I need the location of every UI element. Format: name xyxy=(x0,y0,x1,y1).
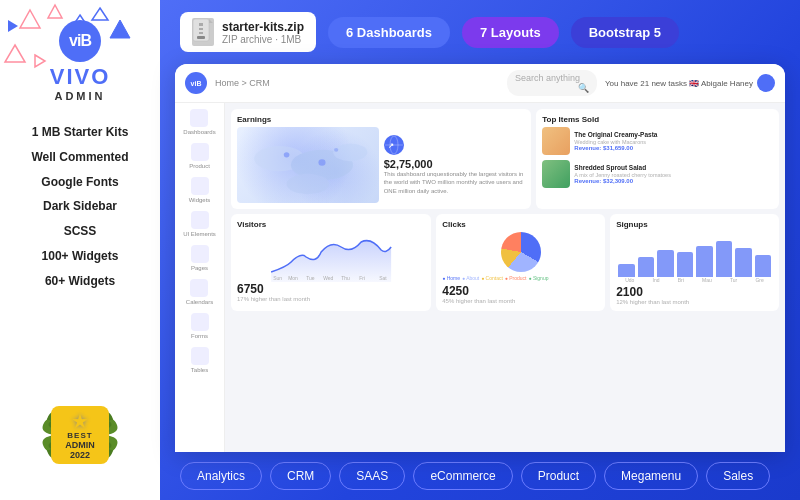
svg-marker-6 xyxy=(8,20,18,32)
clicks-sub: 45% higher than last month xyxy=(442,298,599,304)
tab-sales[interactable]: Sales xyxy=(706,462,770,490)
features-list: 1 MB Starter KitsWell CommentedGoogle Fo… xyxy=(10,120,150,294)
badge-year: 2022 xyxy=(70,450,90,460)
bar-6 xyxy=(735,248,751,277)
dash-logo-sm: viB xyxy=(185,72,207,94)
svg-text:Sat: Sat xyxy=(379,275,387,281)
zip-icon xyxy=(192,18,214,46)
sidebar-item-product[interactable]: Product xyxy=(189,143,210,169)
earnings-desc: This dashboard unquestionably the larges… xyxy=(384,170,526,195)
visitors-chart: Sun Mon Tue Wed Thu Fri Sat xyxy=(237,232,425,282)
feature-item-4: SCSS xyxy=(10,219,150,244)
sidebar-icon-1 xyxy=(191,143,209,161)
pill-dashboards[interactable]: 6 Dashboards xyxy=(328,17,450,48)
feature-item-1: Well Commented xyxy=(10,145,150,170)
dash-avatar xyxy=(757,74,775,92)
signups-bar-chart xyxy=(616,232,773,277)
tab-ecommerce[interactable]: eCommerce xyxy=(413,462,512,490)
signups-card: Signups Udo Ind Bri Mau Tur Gre xyxy=(610,214,779,311)
bar-0 xyxy=(618,264,634,278)
top-item-pasta: The Original Creamy-Pasta Wedding cake w… xyxy=(542,127,773,155)
svg-text:Wed: Wed xyxy=(323,275,333,281)
clicks-title: Clicks xyxy=(442,220,599,229)
top-items-title: Top Items Sold xyxy=(542,115,773,124)
feature-item-2: Google Fonts xyxy=(10,170,150,195)
bar-7 xyxy=(755,255,771,278)
visitors-title: Visitors xyxy=(237,220,425,229)
logo-text: VIVO xyxy=(50,64,111,90)
sidebar-icon-2 xyxy=(191,177,209,195)
tab-megamenu[interactable]: Megamenu xyxy=(604,462,698,490)
dash-body: DashboardsProductWidgetsUI ElementsPages… xyxy=(175,103,785,452)
tab-analytics[interactable]: Analytics xyxy=(180,462,262,490)
svg-text:Fri: Fri xyxy=(359,275,365,281)
svg-text:Mon: Mon xyxy=(288,275,298,281)
bar-5 xyxy=(716,241,732,277)
svg-text:Tue: Tue xyxy=(306,275,315,281)
sidebar-item-tables[interactable]: Tables xyxy=(191,347,209,373)
earnings-title: Earnings xyxy=(237,115,525,124)
tab-saas[interactable]: SAAS xyxy=(339,462,405,490)
star-icon: ★ xyxy=(71,411,89,431)
dash-header: viB Home > CRM Search anything 🔍 You hav… xyxy=(175,64,785,103)
pill-bootstrap[interactable]: Bootstrap 5 xyxy=(571,17,679,48)
svg-marker-4 xyxy=(92,8,108,20)
pasta-name: The Original Creamy-Pasta xyxy=(574,131,773,139)
svg-marker-5 xyxy=(110,20,130,38)
sidebar-item-forms[interactable]: Forms xyxy=(191,313,209,339)
svg-text:Sun: Sun xyxy=(273,275,282,281)
dash-user: You have 21 new tasks 🇬🇧 Abigale Haney xyxy=(605,74,775,92)
sidebar-item-widgets[interactable]: Widgets xyxy=(189,177,211,203)
logo-area: viB VIVO ADMIN xyxy=(50,20,111,102)
svg-text:↗: ↗ xyxy=(388,142,394,149)
tab-crm[interactable]: CRM xyxy=(270,462,331,490)
bar-4 xyxy=(696,246,712,278)
feature-item-6: 60+ Widgets xyxy=(10,269,150,294)
badge-admin: ADMIN xyxy=(65,440,95,450)
zip-info: starter-kits.zip ZIP archive · 1MB xyxy=(222,20,304,45)
svg-marker-2 xyxy=(5,45,25,62)
map-placeholder xyxy=(237,127,379,203)
svg-marker-1 xyxy=(48,5,62,18)
sidebar-icon-4 xyxy=(191,245,209,263)
svg-text:Thu: Thu xyxy=(341,275,350,281)
svg-point-18 xyxy=(333,143,367,161)
earnings-globe-icon: ↗ xyxy=(384,135,404,155)
top-item-salad: Shredded Sprout Salad A mix of Jenny roa… xyxy=(542,160,773,188)
pill-layouts[interactable]: 7 Layouts xyxy=(462,17,559,48)
badge-area: ★ BEST ADMIN 2022 xyxy=(35,390,125,490)
sidebar-item-calendars[interactable]: Calendars xyxy=(186,279,213,305)
signups-count: 2100 xyxy=(616,285,773,299)
dash-search[interactable]: Search anything 🔍 xyxy=(507,70,597,96)
svg-rect-15 xyxy=(197,36,205,39)
clicks-pie-chart xyxy=(501,232,541,272)
sidebar-item-dashboards[interactable]: Dashboards xyxy=(183,109,215,135)
svg-rect-14 xyxy=(199,32,203,34)
feature-item-3: Dark Sidebar xyxy=(10,194,150,219)
logo-circle: viB xyxy=(59,20,101,62)
tab-product[interactable]: Product xyxy=(521,462,596,490)
top-cards-row: Earnings xyxy=(231,109,779,209)
sidebar-icon-3 xyxy=(191,211,209,229)
svg-rect-13 xyxy=(199,28,203,30)
clicks-count: 4250 xyxy=(442,284,599,298)
earnings-text: ↗ $2,75,000 This dashboard unquestionabl… xyxy=(384,127,526,203)
sidebar-icon-0 xyxy=(190,109,208,127)
top-bar: starter-kits.zip ZIP archive · 1MB 6 Das… xyxy=(160,0,800,64)
main-area: starter-kits.zip ZIP archive · 1MB 6 Das… xyxy=(160,0,800,500)
svg-marker-11 xyxy=(209,19,213,23)
logo-sub: ADMIN xyxy=(54,90,105,102)
laurel-badge: ★ BEST ADMIN 2022 xyxy=(35,390,125,480)
sidebar-item-ui-elements[interactable]: UI Elements xyxy=(183,211,216,237)
badge-inner: ★ BEST ADMIN 2022 xyxy=(51,406,109,464)
salad-image xyxy=(542,160,570,188)
dashboard-preview: viB Home > CRM Search anything 🔍 You hav… xyxy=(175,64,785,452)
signups-sub: 12% higher than last month xyxy=(616,299,773,305)
feature-item-0: 1 MB Starter Kits xyxy=(10,120,150,145)
visitors-card: Visitors xyxy=(231,214,431,311)
pasta-image xyxy=(542,127,570,155)
pasta-info: The Original Creamy-Pasta Wedding cake w… xyxy=(574,131,773,151)
visitors-sub: 17% higher than last month xyxy=(237,296,425,302)
dash-breadcrumb: Home > CRM xyxy=(215,78,499,88)
sidebar-item-pages[interactable]: Pages xyxy=(191,245,209,271)
